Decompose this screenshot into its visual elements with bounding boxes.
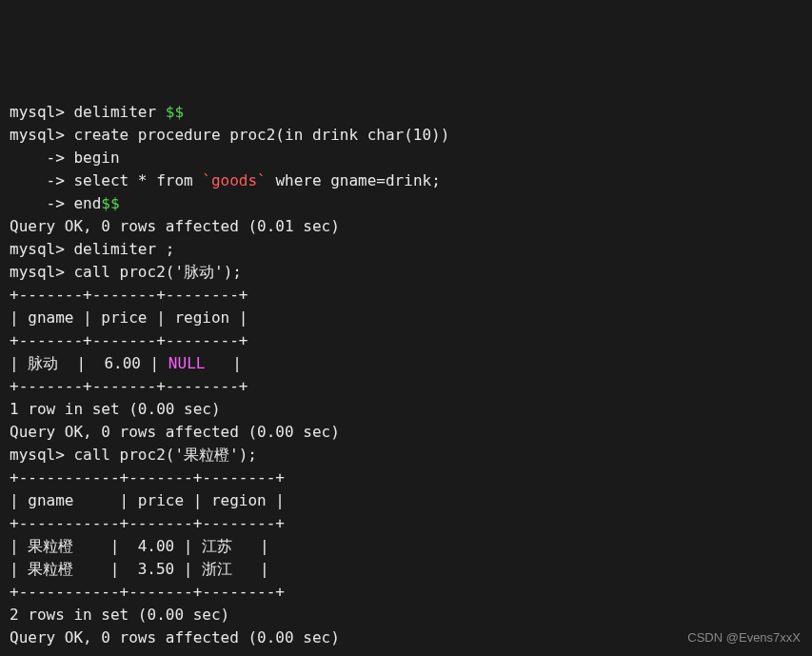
table-header: | gname | price | region | [10,489,802,512]
delimiter-symbol: $$ [166,103,184,121]
result-text: 2 rows in set (0.00 sec) [10,604,802,626]
table-row: | 脉动 | 6.00 | NULL | [10,352,802,375]
watermark: CSDN @Evens7xxX [687,628,801,647]
cmd-line: mysql> call proc2('脉动'); [10,261,802,284]
mysql-prompt: mysql> [10,446,73,464]
table-header: | gname | price | region | [10,307,802,329]
table-row: | 果粒橙 | 3.50 | 浙江 | [10,558,802,581]
cmd-line: -> select * from `goods` where gname=dri… [10,169,802,192]
table-border: +-------+-------+--------+ [10,284,802,307]
terminal-output: mysql> delimiter $$mysql> create procedu… [10,101,802,649]
continuation-arrow: -> [10,171,73,189]
cmd-line: mysql> delimiter ; [10,238,802,261]
mysql-prompt: mysql> [10,126,73,144]
table-border: +-----------+-------+--------+ [10,467,802,489]
delimiter-symbol: $$ [101,194,119,212]
cmd-text: delimiter [73,103,165,121]
mysql-prompt: mysql> [10,263,73,281]
table-row: | 果粒橙 | 4.00 | 江苏 | [10,535,802,558]
table-border: +-------+-------+--------+ [10,375,802,398]
table-border: +-----------+-------+--------+ [10,512,802,535]
backtick-icon: ` [257,171,267,189]
result-text: Query OK, 0 rows affected (0.00 sec) [10,421,802,444]
cmd-text: select * from [73,171,202,189]
cell-text: | [205,354,242,372]
continuation-arrow: -> [10,149,73,167]
result-text: 1 row in set (0.00 sec) [10,398,802,421]
result-text: Query OK, 0 rows affected (0.01 sec) [10,215,802,238]
cmd-text: call proc2('果粒橙'); [73,446,257,464]
cmd-text: where gname=drink; [267,171,441,189]
mysql-prompt: mysql> [10,103,73,121]
cmd-line: mysql> call proc2('果粒橙'); [10,444,802,467]
cmd-text: create procedure proc2(in drink char(10)… [73,126,449,144]
result-text: Query OK, 0 rows affected (0.00 sec) [10,626,802,649]
cmd-text: delimiter ; [73,240,174,258]
null-value: NULL [168,354,206,372]
mysql-prompt: mysql> [10,240,73,258]
cmd-text: begin [73,149,119,167]
cmd-line: -> begin [10,147,802,169]
cmd-text: end [73,194,101,212]
table-border: +-----------+-------+--------+ [10,581,802,604]
table-name: goods [211,171,257,189]
cmd-text: call proc2('脉动'); [73,263,242,281]
table-border: +-------+-------+--------+ [10,329,802,352]
cmd-line: -> end$$ [10,192,802,215]
continuation-arrow: -> [10,194,73,212]
cell-text: | 脉动 | 6.00 | [10,354,168,372]
cmd-line: mysql> create procedure proc2(in drink c… [10,124,802,147]
backtick-icon: ` [202,171,211,189]
cmd-line: mysql> delimiter $$ [10,101,802,124]
